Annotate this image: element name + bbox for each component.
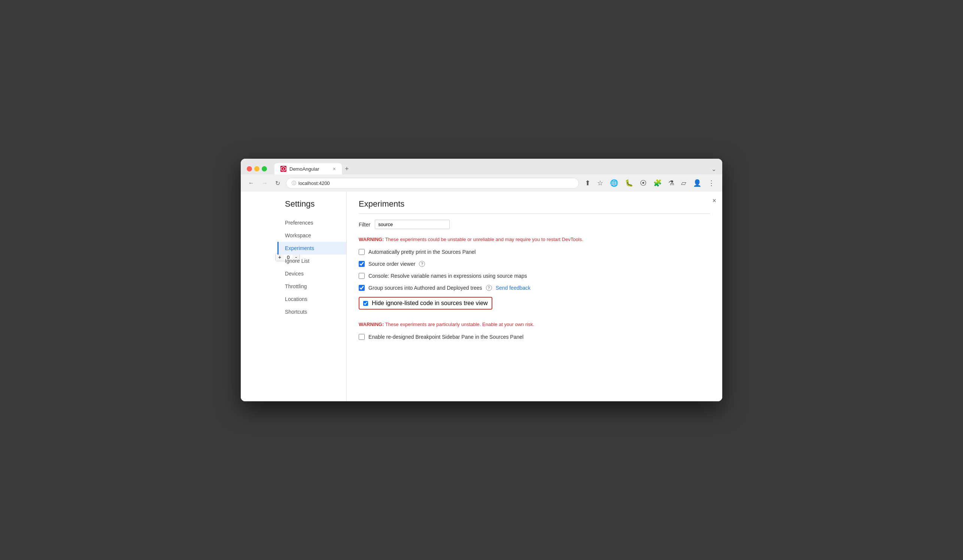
sidebar-item-devices[interactable]: Devices bbox=[277, 267, 346, 280]
group-sources-checkbox[interactable] bbox=[359, 285, 365, 291]
experiment-group-sources: Group sources into Authored and Deployed… bbox=[359, 285, 710, 291]
sidebar-item-locations[interactable]: Locations bbox=[277, 293, 346, 306]
close-traffic-light[interactable] bbox=[247, 166, 252, 172]
experiment-hide-ignore: Hide ignore-listed code in sources tree … bbox=[359, 297, 492, 309]
sidebar-item-experiments[interactable]: Experiments bbox=[277, 242, 346, 254]
experiment-redesigned-breakpoint: Enable re-designed Breakpoint Sidebar Pa… bbox=[359, 334, 710, 340]
settings-panel: × Settings Preferences Workspace Experim… bbox=[277, 192, 722, 401]
filter-row: Filter bbox=[359, 220, 710, 229]
browser-titlebar: A DemoAngular × + ⌄ bbox=[241, 159, 722, 175]
sidebar-icon[interactable]: ▱ bbox=[679, 177, 688, 189]
tab-title: DemoAngular bbox=[289, 166, 319, 172]
filter-label: Filter bbox=[359, 222, 370, 228]
warning-1-label: WARNING: bbox=[359, 236, 384, 242]
pretty-print-label: Automatically pretty print in the Source… bbox=[368, 249, 475, 255]
source-order-checkbox[interactable] bbox=[359, 261, 365, 267]
extensions-icon[interactable]: 🧩 bbox=[652, 177, 663, 189]
svg-text:A: A bbox=[282, 168, 284, 170]
redesigned-breakpoint-checkbox[interactable] bbox=[359, 334, 365, 340]
experiment-pretty-print: Automatically pretty print in the Source… bbox=[359, 249, 710, 255]
page-content: + 0 - × Settings Preferences Workspace E… bbox=[241, 192, 722, 401]
new-tab-btn[interactable]: + bbox=[342, 163, 352, 175]
redesigned-breakpoint-label: Enable re-designed Breakpoint Sidebar Pa… bbox=[368, 334, 524, 340]
source-order-help-icon[interactable]: ? bbox=[419, 261, 425, 267]
tab-close-btn[interactable]: × bbox=[333, 166, 336, 172]
active-tab[interactable]: A DemoAngular × bbox=[274, 163, 342, 175]
source-order-label: Source order viewer bbox=[368, 261, 415, 267]
minimize-traffic-light[interactable] bbox=[254, 166, 259, 172]
resolve-vars-checkbox[interactable] bbox=[359, 273, 365, 279]
traffic-lights bbox=[247, 166, 267, 172]
sidebar-item-preferences[interactable]: Preferences bbox=[277, 216, 346, 229]
profile-icon[interactable]: 👤 bbox=[692, 177, 703, 189]
bookmark-icon[interactable]: ☆ bbox=[596, 177, 605, 189]
maximize-traffic-light[interactable] bbox=[262, 166, 267, 172]
settings-close-btn[interactable]: × bbox=[712, 197, 716, 205]
experiment-resolve-vars: Console: Resolve variable names in expre… bbox=[359, 273, 710, 279]
group-sources-label: Group sources into Authored and Deployed… bbox=[368, 285, 482, 291]
back-btn[interactable]: ← bbox=[247, 178, 256, 188]
sidebar-item-ignore-list[interactable]: Ignore List bbox=[277, 254, 346, 267]
flask-icon[interactable]: ⚗ bbox=[667, 177, 676, 189]
hide-ignore-checkbox[interactable] bbox=[363, 301, 368, 306]
settings-title: Settings bbox=[277, 199, 346, 216]
tab-bar: A DemoAngular × + bbox=[274, 163, 708, 175]
browser-toolbar: ⬆ ☆ 🌐 🐛 ⦿ 🧩 ⚗ ▱ 👤 ⋮ bbox=[584, 177, 716, 189]
warning-1: WARNING: These experiments could be unst… bbox=[359, 236, 710, 242]
angular-icon[interactable]: ⦿ bbox=[639, 178, 648, 189]
warning-2-label: WARNING: bbox=[359, 322, 384, 327]
resolve-vars-label: Console: Resolve variable names in expre… bbox=[368, 273, 527, 279]
share-icon[interactable]: ⬆ bbox=[584, 177, 592, 189]
page-title: Experiments bbox=[359, 199, 710, 214]
menu-icon[interactable]: ⋮ bbox=[707, 177, 716, 189]
address-text: localhost:4200 bbox=[298, 180, 330, 186]
group-sources-help-icon[interactable]: ? bbox=[486, 285, 492, 291]
filter-input[interactable] bbox=[375, 220, 450, 229]
sidebar-item-throttling[interactable]: Throttling bbox=[277, 280, 346, 293]
settings-nav: Settings Preferences Workspace Experimen… bbox=[277, 192, 347, 401]
send-feedback-link[interactable]: Send feedback bbox=[496, 285, 530, 291]
hide-ignore-label: Hide ignore-listed code in sources tree … bbox=[372, 300, 488, 307]
warning-2: WARNING: These experiments are particula… bbox=[359, 322, 710, 327]
experiment-hide-ignore-wrapper: Hide ignore-listed code in sources tree … bbox=[359, 297, 710, 316]
tab-favicon: A bbox=[280, 166, 287, 172]
translate-icon[interactable]: 🌐 bbox=[608, 177, 620, 189]
experiment-source-order: Source order viewer ? bbox=[359, 261, 710, 267]
sidebar-item-workspace[interactable]: Workspace bbox=[277, 229, 346, 242]
warning-1-text: These experiments could be unstable or u… bbox=[385, 236, 584, 242]
forward-btn: → bbox=[260, 178, 269, 188]
browser-window: A DemoAngular × + ⌄ ← → ↻ ⓘ localhost:42… bbox=[241, 159, 722, 401]
warning-2-text: These experiments are particularly unsta… bbox=[385, 322, 534, 327]
browser-navbar: ← → ↻ ⓘ localhost:4200 ⬆ ☆ 🌐 🐛 ⦿ 🧩 ⚗ ▱ 👤… bbox=[241, 175, 722, 192]
pretty-print-checkbox[interactable] bbox=[359, 249, 365, 255]
address-bar[interactable]: ⓘ localhost:4200 bbox=[286, 178, 579, 189]
devtools-icon[interactable]: 🐛 bbox=[623, 177, 635, 189]
window-menu-btn[interactable]: ⌄ bbox=[712, 165, 716, 173]
settings-content: Experiments Filter WARNING: These experi… bbox=[347, 192, 722, 401]
refresh-btn[interactable]: ↻ bbox=[274, 178, 282, 188]
address-security-icon: ⓘ bbox=[292, 180, 296, 186]
sidebar-item-shortcuts[interactable]: Shortcuts bbox=[277, 306, 346, 318]
